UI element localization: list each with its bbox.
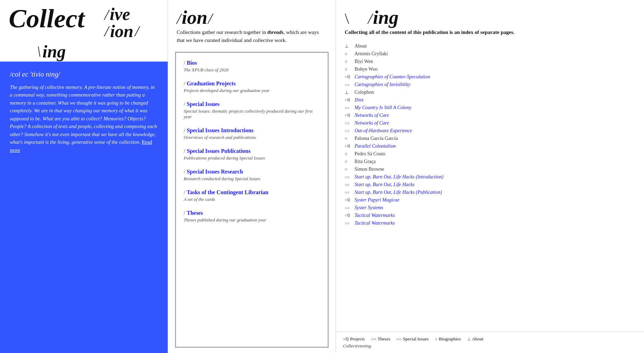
index-item-paloma[interactable]: ○ Paloma García García bbox=[345, 136, 635, 141]
index-item-networks2[interactable]: ○○ Networks of Care bbox=[345, 120, 635, 126]
thread-graduation-title[interactable]: Graduation Projects bbox=[184, 80, 320, 87]
middle-title-row: / ion / bbox=[177, 6, 327, 28]
index-icon-syster-papyri: ○ℚ bbox=[345, 198, 352, 202]
index-icon-colophon: ⊥ bbox=[345, 90, 352, 95]
index-icon-syster-systems: ○○ bbox=[345, 206, 352, 210]
index-link-carto-invis[interactable]: Cartographies of Invisibility bbox=[355, 82, 410, 87]
thread-contingent-title[interactable]: Tasks of the Contingent Librarian bbox=[184, 189, 320, 196]
thread-si-intro-title[interactable]: Special Issues Introductions bbox=[184, 127, 320, 134]
footer-biographies[interactable]: ○ Biographies bbox=[435, 336, 461, 342]
index-item-startup-intro[interactable]: ○○ Start up, Burn Out, Life Hacks (Intro… bbox=[345, 174, 635, 180]
index-link-networks1[interactable]: Networks of Care bbox=[355, 113, 389, 118]
backslash-icon: \ bbox=[37, 43, 41, 61]
thread-si-introductions[interactable]: Special Issues Introductions Overviews o… bbox=[184, 127, 320, 140]
thread-special-issues[interactable]: Special Issues Special Issues: thematic … bbox=[184, 101, 320, 120]
ion-row: / ion / bbox=[104, 21, 159, 41]
footer-si-icon: ○○ bbox=[397, 337, 402, 342]
index-item-about[interactable]: ⊥ About bbox=[345, 43, 635, 49]
index-text-colophon[interactable]: Colophon bbox=[355, 90, 374, 95]
footer-si-label[interactable]: Special Issues bbox=[403, 336, 428, 342]
index-link-parallel[interactable]: Parallel Colonialism bbox=[355, 143, 396, 149]
index-link-carto-counter[interactable]: Cartographies of Counter-Speculation bbox=[355, 74, 430, 80]
thread-bios-title[interactable]: Bios bbox=[184, 60, 320, 66]
index-link-tactical2[interactable]: Tactical Watermarks bbox=[355, 220, 395, 226]
left-panel: Collect / ive / ion / \ ing /col ec 'tiv… bbox=[0, 0, 168, 353]
index-link-ilinx[interactable]: Ilinx bbox=[355, 97, 364, 103]
index-item-carto-counter[interactable]: ○ℚ Cartographies of Counter-Speculation bbox=[345, 74, 635, 80]
index-link-syster-systems[interactable]: Syster Systems bbox=[355, 205, 383, 211]
index-item-ooh[interactable]: ○○ Out-of-Hardware Experience bbox=[345, 128, 635, 134]
footer-bio-label[interactable]: Biographies bbox=[439, 336, 461, 342]
thread-bios[interactable]: Bios The XPUB class of 2020 bbox=[184, 60, 320, 73]
index-link-startup-intro[interactable]: Start up, Burn Out, Life Hacks (Introduc… bbox=[355, 174, 443, 180]
index-text-biyi[interactable]: Biyi Wen bbox=[355, 59, 373, 64]
index-icon-carto-counter: ○ℚ bbox=[345, 75, 352, 79]
index-link-startup[interactable]: Start up, Burn Out, Life Hacks bbox=[355, 182, 415, 188]
ive-word: ive bbox=[110, 5, 130, 23]
footer-projects-label[interactable]: Projects bbox=[350, 336, 365, 342]
index-link-mycountry[interactable]: My Country Is Still A Colony bbox=[355, 105, 411, 111]
middle-description: Collections gather our research together… bbox=[168, 28, 336, 52]
thread-si-research-title[interactable]: Special Issues Research bbox=[184, 169, 320, 175]
thread-si-pub-title[interactable]: Special Issues Publications bbox=[184, 148, 320, 154]
index-item-ilinx[interactable]: ○ℚ Ilinx bbox=[345, 97, 635, 103]
footer-theses-label[interactable]: Theses bbox=[378, 336, 390, 342]
index-item-networks1[interactable]: ○ℚ Networks of Care bbox=[345, 113, 635, 118]
middle-title-graphic: / ion / bbox=[168, 0, 336, 28]
footer-about-icon: ⊥ bbox=[467, 337, 471, 342]
footer-about-label[interactable]: About bbox=[472, 336, 484, 342]
slash-icon-2: / bbox=[104, 22, 108, 40]
index-item-pedro[interactable]: ○ Pedro Sá Couto bbox=[345, 151, 635, 157]
index-link-startup-pub[interactable]: Start up, Burn Out, Life Hacks (Publicat… bbox=[355, 190, 442, 195]
index-icon-startup-pub: ○○ bbox=[345, 190, 352, 195]
thread-special-issues-title[interactable]: Special Issues bbox=[184, 101, 320, 107]
thread-graduation[interactable]: Graduation Projects Projects developed d… bbox=[184, 80, 320, 93]
index-item-startup[interactable]: ○○ Start up, Burn Out, Life Hacks bbox=[345, 182, 635, 188]
slash-icon-3: / bbox=[135, 22, 139, 40]
thread-theses[interactable]: Theses Theses published during our gradu… bbox=[184, 210, 320, 223]
index-link-networks2[interactable]: Networks of Care bbox=[355, 120, 389, 126]
index-item-carto-invis[interactable]: ○○ Cartographies of Invisibility bbox=[345, 82, 635, 87]
right-title-row: \ / ing bbox=[345, 6, 635, 28]
thread-si-research[interactable]: Special Issues Research Research conduct… bbox=[184, 169, 320, 182]
index-item-startup-pub[interactable]: ○○ Start up, Burn Out, Life Hacks (Publi… bbox=[345, 190, 635, 195]
index-item-syster-papyri[interactable]: ○ℚ Syster Papyri Magicae bbox=[345, 197, 635, 203]
index-item-parallel[interactable]: ○ℚ Parallel Colonialism bbox=[345, 143, 635, 149]
footer-about[interactable]: ⊥ About bbox=[467, 336, 484, 342]
thread-si-publications[interactable]: Special Issues Publications Publications… bbox=[184, 148, 320, 161]
index-item-bohye[interactable]: ○ Bohye Woo bbox=[345, 66, 635, 72]
index-item-syster-systems[interactable]: ○○ Syster Systems bbox=[345, 205, 635, 211]
thread-theses-sub: Theses published during our graduation y… bbox=[184, 217, 320, 223]
index-text-pedro[interactable]: Pedro Sá Couto bbox=[355, 151, 385, 157]
index-link-syster-papyri[interactable]: Syster Papyri Magicae bbox=[355, 197, 399, 203]
index-text-bohye[interactable]: Bohye Woo bbox=[355, 66, 378, 72]
thread-contingent[interactable]: Tasks of the Contingent Librarian A set … bbox=[184, 189, 320, 202]
index-text-rita[interactable]: Rita Graça bbox=[355, 159, 376, 164]
index-text-about[interactable]: About bbox=[355, 43, 367, 49]
index-item-rita[interactable]: ○ Rita Graça bbox=[345, 159, 635, 164]
footer-special-issues[interactable]: ○○ Special Issues bbox=[397, 336, 429, 342]
index-item-simon[interactable]: ○ Simon Browne bbox=[345, 167, 635, 172]
index-item-colophon[interactable]: ⊥ Colophon bbox=[345, 90, 635, 95]
left-description: The gathering of collective memory. A pr… bbox=[10, 83, 158, 154]
index-icon-startup: ○○ bbox=[345, 183, 352, 187]
thread-si-research-sub: Research conducted during Special Issues bbox=[184, 176, 320, 182]
right-ing-word: ing bbox=[373, 6, 398, 28]
footer-theses[interactable]: ○○ Theses bbox=[371, 336, 390, 342]
index-text-simon[interactable]: Simon Browne bbox=[355, 167, 384, 172]
index-link-ooh[interactable]: Out-of-Hardware Experience bbox=[355, 128, 412, 134]
index-text-artemis[interactable]: Artemis Gryllaki bbox=[355, 51, 388, 57]
right-title-graphic: \ / ing bbox=[336, 0, 644, 28]
index-link-tactical1[interactable]: Tactical Watermarks bbox=[355, 213, 395, 218]
index-item-tactical2[interactable]: ○○ Tactical Watermarks bbox=[345, 220, 635, 226]
footer-theses-icon: ○○ bbox=[371, 337, 376, 342]
index-item-mycountry[interactable]: ○○ My Country Is Still A Colony bbox=[345, 105, 635, 111]
thread-theses-title[interactable]: Theses bbox=[184, 210, 320, 216]
index-item-artemis[interactable]: ○ Artemis Gryllaki bbox=[345, 51, 635, 57]
index-icon-about: ⊥ bbox=[345, 43, 352, 49]
index-icon-mycountry: ○○ bbox=[345, 106, 352, 110]
index-text-paloma[interactable]: Paloma García García bbox=[355, 136, 398, 141]
index-item-tactical1[interactable]: ○ℚ Tactical Watermarks bbox=[345, 213, 635, 218]
index-item-biyi[interactable]: ○ Biyi Wen bbox=[345, 59, 635, 64]
footer-projects[interactable]: ○ℚ Projects bbox=[343, 336, 365, 342]
